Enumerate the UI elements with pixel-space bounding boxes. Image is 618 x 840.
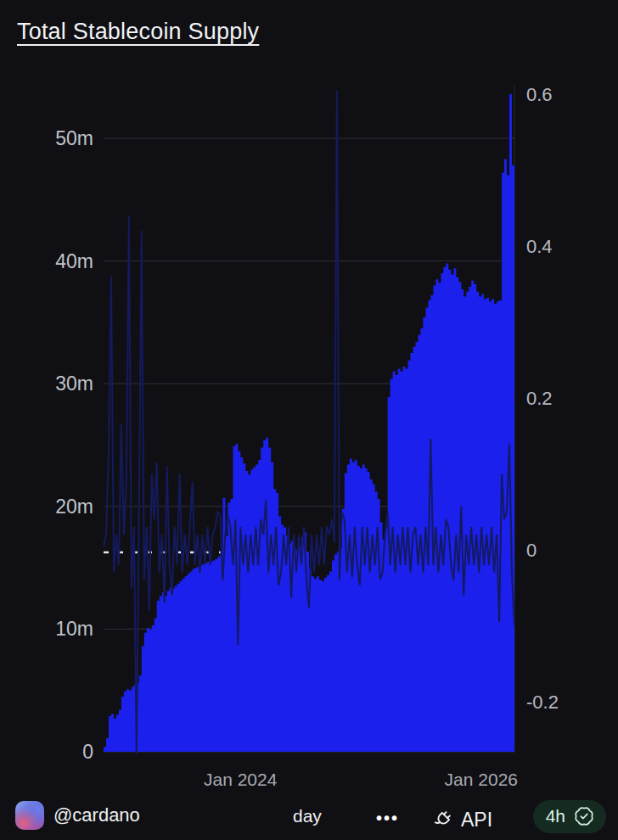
footer-bar: @cardano day ••• API 4h bbox=[0, 787, 618, 840]
left-axis-tick: 0 bbox=[82, 741, 93, 763]
interval-selector[interactable]: day bbox=[293, 806, 322, 826]
right-axis-tick: 0.2 bbox=[526, 388, 553, 409]
x-axis-tick: Jan 2026 bbox=[445, 770, 518, 789]
right-axis-tick: 0.6 bbox=[526, 84, 553, 105]
right-axis-tick: 0 bbox=[526, 540, 537, 561]
refresh-badge[interactable]: 4h bbox=[533, 800, 606, 833]
verified-check-icon bbox=[573, 805, 595, 827]
supply-area-series bbox=[104, 94, 514, 752]
left-axis-tick: 50m bbox=[55, 127, 93, 149]
left-axis-tick: 20m bbox=[55, 496, 93, 518]
left-axis-tick: 40m bbox=[55, 250, 93, 272]
right-axis-tick: 0.4 bbox=[526, 236, 553, 257]
plug-icon bbox=[430, 809, 453, 832]
watermark-handle: @cardano bbox=[53, 804, 140, 826]
right-axis-tick: -0.2 bbox=[526, 692, 559, 713]
app-avatar bbox=[15, 801, 44, 830]
chart-canvas[interactable]: 010m20m30m40m50m-0.200.20.40.6Jan 2024Ja… bbox=[0, 0, 618, 840]
x-axis-tick: Jan 2024 bbox=[204, 770, 278, 789]
chart-card: Total Stablecoin Supply 010m20m30m40m50m… bbox=[0, 0, 618, 840]
watermark-link[interactable]: @cardano bbox=[15, 801, 140, 830]
api-label: API bbox=[461, 809, 492, 832]
left-axis-tick: 30m bbox=[55, 372, 93, 395]
badge-label: 4h bbox=[546, 806, 565, 826]
api-button[interactable]: API bbox=[430, 809, 492, 832]
more-options-icon[interactable]: ••• bbox=[376, 809, 399, 828]
left-axis-tick: 10m bbox=[55, 618, 93, 640]
